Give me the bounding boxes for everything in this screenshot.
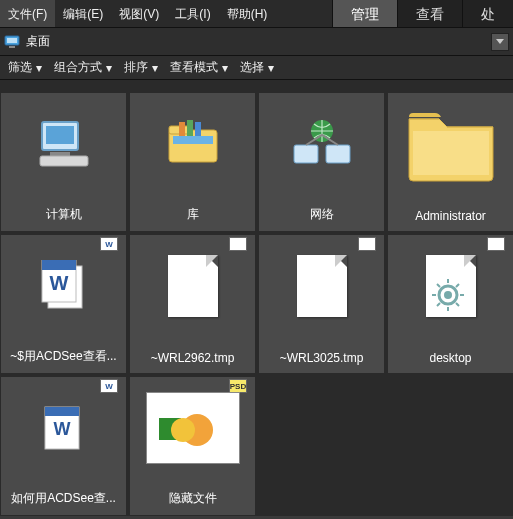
mode-tabs: 管理 查看 处 [332, 0, 513, 27]
address-bar[interactable]: 桌面 [0, 28, 513, 56]
tab-process[interactable]: 处 [462, 0, 513, 27]
library-icon [143, 99, 243, 189]
address-path: 桌面 [26, 33, 491, 50]
tab-manage[interactable]: 管理 [332, 0, 397, 27]
grid-item-label: 网络 [259, 202, 384, 223]
svg-rect-14 [326, 145, 350, 163]
grid-item-tmp-file[interactable]: ~WRL2962.tmp [129, 234, 256, 374]
grid-item-network[interactable]: 网络 [258, 92, 385, 232]
svg-rect-1 [7, 38, 17, 43]
grid-item-label: Administrator [388, 205, 513, 223]
menu-help[interactable]: 帮助(H) [219, 0, 276, 27]
caret-down-icon: ▾ [152, 61, 158, 75]
computer-icon [14, 99, 114, 189]
caret-down-icon: ▾ [106, 61, 112, 75]
monitor-icon [4, 35, 20, 49]
grid-item-word-doc[interactable]: W W ~$用ACDSee查看... [0, 234, 127, 374]
blank-file-icon [272, 241, 372, 331]
svg-text:W: W [49, 272, 68, 294]
svg-rect-18 [42, 260, 76, 270]
grid-item-label: ~$用ACDSee查看... [1, 344, 126, 365]
svg-rect-11 [187, 120, 193, 136]
grid-item-libraries[interactable]: 库 [129, 92, 256, 232]
grid-item-label: 隐藏文件 [130, 486, 255, 507]
menu-tools[interactable]: 工具(I) [167, 0, 218, 27]
svg-text:W: W [53, 419, 70, 439]
settings-file-icon [401, 241, 501, 331]
grid-item-label: 库 [130, 202, 255, 223]
svg-rect-6 [40, 156, 88, 166]
caret-down-icon: ▾ [36, 61, 42, 75]
caret-down-icon: ▾ [268, 61, 274, 75]
blank-file-icon [143, 241, 243, 331]
toolbar-sort[interactable]: 排序▾ [118, 56, 164, 79]
grid-item-folder-administrator[interactable]: Administrator [387, 92, 513, 232]
grid-item-computer[interactable]: 计算机 [0, 92, 127, 232]
svg-rect-4 [46, 126, 74, 144]
toolbar-filter[interactable]: 筛选▾ [2, 56, 48, 79]
grid-item-label: 计算机 [1, 202, 126, 223]
svg-rect-23 [45, 407, 79, 416]
menu-edit[interactable]: 编辑(E) [55, 0, 111, 27]
grid-item-ini-file[interactable]: desktop [387, 234, 513, 374]
grid-item-label: 如何用ACDSee查... [1, 486, 126, 507]
word-doc-icon: W [14, 241, 114, 331]
menubar: 文件(F) 编辑(E) 视图(V) 工具(I) 帮助(H) 管理 查看 处 [0, 0, 513, 28]
grid-item-tmp-file[interactable]: ~WRL3025.tmp [258, 234, 385, 374]
svg-rect-12 [195, 122, 201, 136]
toolbar-viewmode[interactable]: 查看模式▾ [164, 56, 234, 79]
grid-item-word-doc[interactable]: W W 如何用ACDSee查... [0, 376, 127, 516]
svg-point-27 [171, 418, 195, 442]
network-icon [272, 99, 372, 189]
grid-item-label: ~WRL2962.tmp [130, 347, 255, 365]
svg-rect-9 [173, 136, 213, 144]
toolbar-groupby[interactable]: 组合方式▾ [48, 56, 118, 79]
grid-item-psd-file[interactable]: PSD 隐藏文件 [129, 376, 256, 516]
psd-thumbnail [143, 383, 243, 473]
svg-rect-10 [179, 122, 185, 136]
word-doc-icon: W [14, 383, 114, 473]
svg-point-21 [444, 291, 452, 299]
svg-rect-5 [50, 152, 70, 156]
thumbnail-grid: 计算机 库 网络 Administrator W W ~$用ACDSee查看..… [0, 80, 513, 516]
toolbar: 筛选▾ 组合方式▾ 排序▾ 查看模式▾ 选择▾ [0, 56, 513, 80]
folder-icon [401, 99, 501, 189]
grid-item-label: desktop [388, 347, 513, 365]
menu-file[interactable]: 文件(F) [0, 0, 55, 27]
address-dropdown[interactable] [491, 33, 509, 51]
caret-down-icon: ▾ [222, 61, 228, 75]
tab-view[interactable]: 查看 [397, 0, 462, 27]
grid-item-label: ~WRL3025.tmp [259, 347, 384, 365]
toolbar-select[interactable]: 选择▾ [234, 56, 280, 79]
menu-view[interactable]: 视图(V) [111, 0, 167, 27]
svg-rect-2 [9, 46, 15, 48]
svg-rect-13 [294, 145, 318, 163]
